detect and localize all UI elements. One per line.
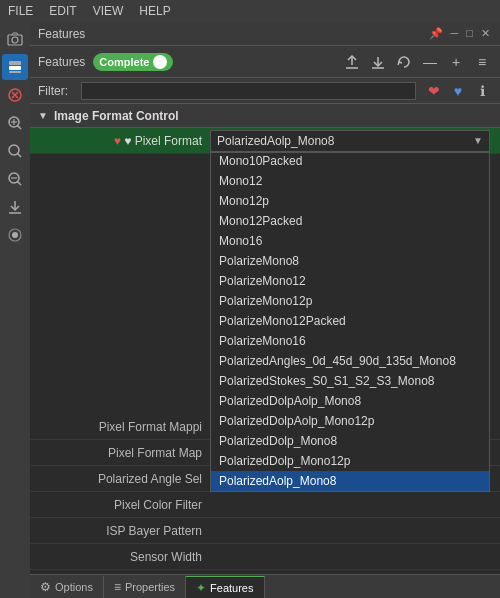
close-circle-icon[interactable] bbox=[2, 82, 28, 108]
row-label-isp-bayer: ISP Bayer Pattern bbox=[30, 524, 210, 538]
table-row: Pixel Color Filter bbox=[30, 492, 500, 518]
table-row: Sensor Height bbox=[30, 570, 500, 574]
expand-icon[interactable]: + bbox=[446, 52, 466, 72]
features-label: Features bbox=[38, 55, 85, 69]
save-icon[interactable] bbox=[368, 52, 388, 72]
row-label-pixel-format-map: Pixel Format Map bbox=[30, 446, 210, 460]
filter-icons: ❤ ♥ ℹ bbox=[424, 81, 492, 101]
filter-bookmark-icon[interactable]: ♥ bbox=[448, 81, 468, 101]
dropdown-item[interactable]: PolarizedDolp_Mono8 bbox=[211, 431, 489, 451]
dropdown-item[interactable]: Mono10Packed bbox=[211, 152, 489, 171]
svg-point-20 bbox=[12, 232, 18, 238]
menu-icon[interactable]: ≡ bbox=[472, 52, 492, 72]
panel-titlebar: Features 📌 ─ □ ✕ bbox=[30, 22, 500, 46]
svg-rect-4 bbox=[9, 71, 21, 73]
bottom-tabs: ⚙ Options ≡ Properties ✦ Features bbox=[30, 574, 500, 598]
dropdown-item[interactable]: PolarizeMono12p bbox=[211, 291, 489, 311]
features-tab-icon: ✦ bbox=[196, 581, 206, 595]
svg-rect-3 bbox=[9, 66, 21, 70]
menu-help[interactable]: HELP bbox=[139, 4, 170, 18]
filter-bar: Filter: ❤ ♥ ℹ bbox=[30, 78, 500, 104]
tab-options-label: Options bbox=[55, 581, 93, 593]
section-title: Image Format Control bbox=[54, 109, 179, 123]
svg-rect-2 bbox=[9, 61, 21, 65]
panel-minimize-icon[interactable]: ─ bbox=[449, 27, 461, 40]
menu-edit[interactable]: EDIT bbox=[49, 4, 76, 18]
filter-heart-icon[interactable]: ❤ bbox=[424, 81, 444, 101]
section-chevron-icon: ▼ bbox=[38, 110, 48, 121]
row-label-sensor-width: Sensor Width bbox=[30, 550, 210, 564]
dropdown-item[interactable]: Mono12 bbox=[211, 171, 489, 191]
zoom-out-icon[interactable] bbox=[2, 166, 28, 192]
dropdown-item[interactable]: Mono12Packed bbox=[211, 211, 489, 231]
row-label-polarized-angle: Polarized Angle Sel bbox=[30, 472, 210, 486]
layers-icon[interactable] bbox=[2, 54, 28, 80]
dropdown-item[interactable]: PolarizedAolp_Mono8 bbox=[211, 471, 489, 491]
heart-icon: ♥ bbox=[114, 134, 124, 148]
dropdown-arrow-icon: ▼ bbox=[473, 135, 483, 146]
row-label-pixel-format-mapping: Pixel Format Mappi bbox=[30, 420, 210, 434]
dropdown-value: PolarizedAolp_Mono8 bbox=[217, 134, 334, 148]
toggle-label: Complete bbox=[99, 56, 149, 68]
menu-file[interactable]: FILE bbox=[8, 4, 33, 18]
svg-line-9 bbox=[18, 126, 22, 130]
svg-line-13 bbox=[18, 154, 22, 158]
download-icon[interactable] bbox=[2, 194, 28, 220]
menu-view[interactable]: VIEW bbox=[93, 4, 124, 18]
dropdown-item[interactable]: PolarizedDolpAolp_Mono12p bbox=[211, 411, 489, 431]
svg-point-1 bbox=[12, 37, 18, 43]
dropdown-item[interactable]: PolarizedAngles_0d_45d_90d_135d_Mono8 bbox=[211, 351, 489, 371]
filter-info-icon[interactable]: ℹ bbox=[472, 81, 492, 101]
panel-controls: 📌 ─ □ ✕ bbox=[427, 27, 492, 40]
collapse-icon[interactable]: — bbox=[420, 52, 440, 72]
features-panel: Features 📌 ─ □ ✕ Features Complete bbox=[30, 22, 500, 598]
dropdown-item[interactable]: PolarizeMono12 bbox=[211, 271, 489, 291]
row-label-pixel-color: Pixel Color Filter bbox=[30, 498, 210, 512]
row-label-pixel-format: ♥ ♥ Pixel Format bbox=[30, 134, 210, 148]
tab-features[interactable]: ✦ Features bbox=[186, 576, 264, 598]
menu-bar: FILE EDIT VIEW HELP bbox=[0, 0, 500, 22]
camera-icon[interactable] bbox=[2, 26, 28, 52]
panel-maximize-icon[interactable]: □ bbox=[464, 27, 475, 40]
dropdown-selected[interactable]: PolarizedAolp_Mono8 ▼ bbox=[210, 130, 490, 152]
dropdown-item[interactable]: Mono16 bbox=[211, 231, 489, 251]
dropdown-item[interactable]: PolarizedStokes_S0_S1_S2_S3_Mono8 bbox=[211, 371, 489, 391]
upload-icon[interactable] bbox=[342, 52, 362, 72]
options-icon: ⚙ bbox=[40, 580, 51, 594]
table-row: ISP Bayer Pattern bbox=[30, 518, 500, 544]
dropdown-item[interactable]: PolarizedDolp_Mono12p bbox=[211, 451, 489, 471]
properties-icon: ≡ bbox=[114, 580, 121, 594]
section-header[interactable]: ▼ Image Format Control bbox=[30, 104, 500, 128]
features-toolbar-icons: — + ≡ bbox=[342, 52, 492, 72]
main-content: Features 📌 ─ □ ✕ Features Complete bbox=[30, 22, 500, 598]
tab-features-label: Features bbox=[210, 582, 253, 594]
filter-label: Filter: bbox=[38, 84, 73, 98]
refresh-icon[interactable] bbox=[394, 52, 414, 72]
zoom-fit-icon[interactable] bbox=[2, 138, 28, 164]
dropdown-item[interactable]: PolarizeMono16 bbox=[211, 331, 489, 351]
left-toolbar bbox=[0, 22, 30, 598]
toggle-circle bbox=[153, 55, 167, 69]
pixel-format-dropdown[interactable]: PolarizedAolp_Mono8 ▼ Mono8Mono10Mono10p… bbox=[210, 130, 490, 152]
dropdown-item[interactable]: Mono12p bbox=[211, 191, 489, 211]
svg-line-15 bbox=[18, 182, 22, 186]
dropdown-list[interactable]: Mono8Mono10Mono10pMono10PackedMono12Mono… bbox=[210, 152, 490, 492]
panel-close-icon[interactable]: ✕ bbox=[479, 27, 492, 40]
filter-input[interactable] bbox=[81, 82, 416, 100]
content-area: ▼ Image Format Control ♥ ♥ Pixel Format … bbox=[30, 104, 500, 574]
complete-toggle[interactable]: Complete bbox=[93, 53, 173, 71]
tab-properties[interactable]: ≡ Properties bbox=[104, 576, 186, 598]
panel-title: Features bbox=[38, 27, 85, 41]
zoom-in-icon[interactable] bbox=[2, 110, 28, 136]
features-toolbar: Features Complete — + ≡ bbox=[30, 46, 500, 78]
dropdown-item[interactable]: PolarizeMono8 bbox=[211, 251, 489, 271]
circle-dot-icon[interactable] bbox=[2, 222, 28, 248]
panel-pin-icon[interactable]: 📌 bbox=[427, 27, 445, 40]
tab-properties-label: Properties bbox=[125, 581, 175, 593]
dropdown-item[interactable]: PolarizedDolpAolp_Mono8 bbox=[211, 391, 489, 411]
tab-options[interactable]: ⚙ Options bbox=[30, 576, 104, 598]
table-row: Sensor Width bbox=[30, 544, 500, 570]
dropdown-item[interactable]: PolarizeMono12Packed bbox=[211, 311, 489, 331]
features-table: ▼ Image Format Control ♥ ♥ Pixel Format … bbox=[30, 104, 500, 574]
table-row: ♥ ♥ Pixel Format PolarizedAolp_Mono8 ▼ M… bbox=[30, 128, 500, 154]
